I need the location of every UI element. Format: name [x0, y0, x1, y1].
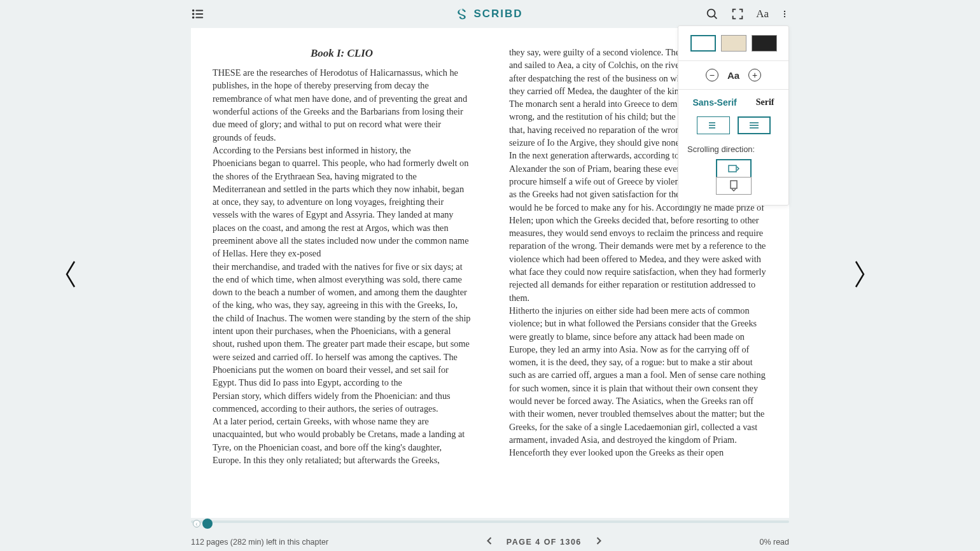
prev-page-button[interactable] — [61, 259, 80, 292]
svg-point-2 — [193, 13, 194, 15]
layout-single-column[interactable] — [697, 116, 730, 134]
top-toolbar: SCRIBD Aa — [0, 0, 980, 28]
svg-line-7 — [714, 16, 717, 18]
toc-icon[interactable] — [191, 7, 205, 21]
search-icon[interactable] — [705, 7, 719, 21]
svg-point-0 — [193, 10, 194, 11]
theme-row — [687, 35, 780, 52]
pages-left-label: 112 pages (282 min) left in this chapter — [191, 538, 328, 547]
display-settings-popup: − Aa + Sans-Serif Serif Scrolling direct… — [678, 25, 789, 206]
theme-light[interactable] — [690, 35, 716, 52]
layout-two-column[interactable] — [738, 116, 771, 134]
font-family-row: Sans-Serif Serif — [687, 97, 780, 108]
page-prev-button[interactable] — [486, 536, 493, 547]
font-size-label: Aa — [727, 70, 739, 81]
brand-logo[interactable]: SCRIBD — [457, 8, 522, 20]
theme-dark[interactable] — [752, 35, 777, 52]
svg-point-4 — [193, 17, 194, 18]
progress-track[interactable]: ‹ — [191, 520, 789, 523]
theme-sepia[interactable] — [721, 35, 746, 52]
percent-read-label: 0% read — [759, 538, 789, 547]
page-next-button[interactable] — [596, 536, 602, 547]
page-indicator: PAGE 4 OF 1306 — [486, 536, 602, 547]
svg-rect-17 — [729, 165, 736, 172]
font-sans-option[interactable]: Sans-Serif — [692, 97, 736, 108]
display-settings-icon[interactable]: Aa — [756, 8, 769, 20]
svg-point-9 — [784, 13, 785, 15]
next-page-button[interactable] — [850, 259, 869, 292]
body-text-left: THESE are the researches of Herodotus of… — [213, 66, 471, 466]
font-serif-option[interactable]: Serif — [756, 97, 774, 108]
brand-text: SCRIBD — [473, 8, 522, 20]
font-size-row: − Aa + — [687, 69, 780, 81]
svg-rect-18 — [731, 181, 737, 188]
scroll-label: Scrolling direction: — [687, 144, 780, 154]
more-icon[interactable] — [780, 7, 789, 21]
scroll-vertical[interactable] — [716, 177, 752, 195]
progress-prev-marker[interactable]: ‹ — [193, 520, 200, 527]
layout-row — [687, 116, 780, 134]
fullscreen-icon[interactable] — [731, 7, 745, 21]
scroll-horizontal[interactable] — [716, 159, 752, 177]
font-size-decrease[interactable]: − — [706, 69, 718, 81]
svg-point-6 — [708, 10, 715, 17]
text-column-left: Book I: CLIO THESE are the researches of… — [213, 46, 471, 466]
progress-handle[interactable] — [202, 519, 213, 529]
svg-point-8 — [784, 11, 785, 12]
page-label: PAGE 4 OF 1306 — [507, 538, 582, 547]
scroll-row — [687, 159, 780, 195]
font-size-increase[interactable]: + — [748, 69, 761, 81]
footer-bar: ‹ 112 pages (282 min) left in this chapt… — [191, 518, 789, 551]
book-title: Book I: CLIO — [213, 46, 471, 61]
svg-point-10 — [784, 16, 785, 17]
